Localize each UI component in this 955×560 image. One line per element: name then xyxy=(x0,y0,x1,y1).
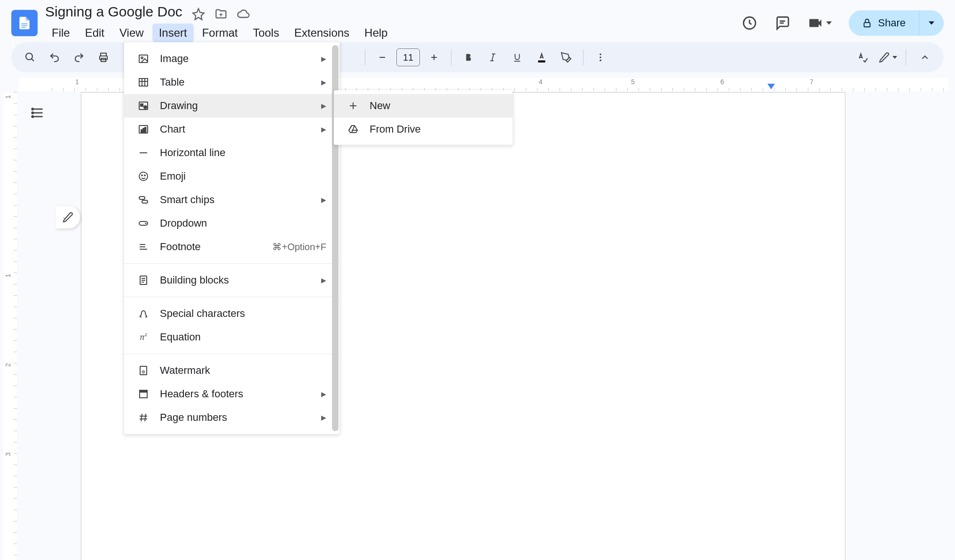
menu-view[interactable]: View xyxy=(113,24,150,42)
insert-menu-item-building-blocks[interactable]: Building blocks▶ xyxy=(124,268,339,292)
ruler-mark: 6 xyxy=(720,78,724,86)
insert-menu-item-table[interactable]: Table▶ xyxy=(124,71,339,94)
svg-point-22 xyxy=(600,56,601,58)
svg-rect-40 xyxy=(141,130,142,132)
drawing-submenu-item-new[interactable]: New xyxy=(334,94,513,118)
share-label: Share xyxy=(878,17,906,29)
drawing-submenu-item-from-drive[interactable]: From Drive xyxy=(334,118,513,141)
comments-icon[interactable] xyxy=(774,15,790,31)
document-title[interactable]: Signing a Google Doc xyxy=(45,4,182,20)
editing-mode-icon[interactable] xyxy=(878,47,897,68)
svg-point-46 xyxy=(144,175,145,176)
insert-menu-item-headers-footers[interactable]: Headers & footers▶ xyxy=(124,382,339,406)
menu-divider xyxy=(124,354,339,354)
hr-icon xyxy=(137,147,150,158)
undo-icon[interactable] xyxy=(44,47,65,68)
italic-icon[interactable] xyxy=(482,47,503,68)
decrease-font-icon[interactable] xyxy=(372,47,393,68)
highlight-icon[interactable] xyxy=(556,47,576,68)
history-icon[interactable] xyxy=(742,15,758,31)
menu-format[interactable]: Format xyxy=(196,24,245,42)
share-button[interactable]: Share xyxy=(849,10,919,36)
insert-menu-item-image[interactable]: Image▶ xyxy=(124,47,339,71)
svg-rect-0 xyxy=(21,23,27,24)
outline-toggle-icon[interactable] xyxy=(30,105,45,120)
menu-help[interactable]: Help xyxy=(358,24,394,42)
app-header: Signing a Google Doc File Edit View Inse… xyxy=(0,0,955,42)
menu-file[interactable]: File xyxy=(45,24,77,42)
redo-icon[interactable] xyxy=(69,47,89,68)
insert-menu-item-dropdown[interactable]: Dropdown xyxy=(124,212,339,235)
menu-edit[interactable]: Edit xyxy=(79,24,111,42)
insert-menu-item-drawing[interactable]: Drawing▶ xyxy=(124,94,339,118)
svg-point-31 xyxy=(141,57,143,59)
collapse-toolbar-icon[interactable] xyxy=(915,47,935,68)
hash-icon xyxy=(137,412,150,423)
ruler-mark: 1 xyxy=(4,95,12,99)
menu-item-label: Footnote xyxy=(160,241,201,253)
menu-divider xyxy=(124,263,339,264)
ruler-mark: 1 xyxy=(4,274,12,277)
insert-menu-item-smart-chips[interactable]: Smart chips▶ xyxy=(124,188,339,212)
menu-item-label: Special characters xyxy=(160,308,245,320)
submenu-arrow-icon: ▶ xyxy=(321,102,326,110)
menu-item-label: Building blocks xyxy=(160,274,229,286)
search-icon[interactable] xyxy=(20,47,40,68)
svg-point-44 xyxy=(139,172,148,181)
more-icon[interactable] xyxy=(590,47,611,68)
svg-point-29 xyxy=(32,116,33,117)
svg-text:π: π xyxy=(140,333,145,341)
menu-item-label: Table xyxy=(160,76,185,88)
headers-icon xyxy=(137,388,150,400)
insert-menu-item-horizontal-line[interactable]: Horizontal line xyxy=(124,141,339,165)
increase-font-icon[interactable] xyxy=(424,47,444,68)
svg-rect-41 xyxy=(143,128,144,132)
ruler-mark: 1 xyxy=(75,78,79,86)
menu-insert[interactable]: Insert xyxy=(152,24,194,42)
svg-point-38 xyxy=(144,106,147,109)
submenu-arrow-icon: ▶ xyxy=(321,55,326,63)
insert-menu-item-emoji[interactable]: Emoji xyxy=(124,165,339,188)
underline-icon[interactable] xyxy=(507,47,528,68)
drive-icon xyxy=(347,124,359,135)
vertical-ruler: 1 1 2 3 xyxy=(4,92,17,560)
menu-shortcut: ⌘+Option+F xyxy=(272,241,326,252)
insert-menu-item-equation[interactable]: π2Equation xyxy=(124,325,339,349)
move-icon[interactable] xyxy=(214,8,228,21)
text-color-icon[interactable] xyxy=(531,47,552,68)
insert-menu-item-footnote[interactable]: Footnote⌘+Option+F xyxy=(124,235,339,259)
star-icon[interactable] xyxy=(192,8,205,21)
ruler-mark: 3 xyxy=(4,452,12,456)
insert-menu-item-watermark[interactable]: Watermark xyxy=(124,359,339,382)
font-size-input[interactable]: 11 xyxy=(396,48,420,66)
menu-item-label: Headers & footers xyxy=(160,388,243,400)
insert-menu-item-page-numbers[interactable]: Page numbers▶ xyxy=(124,406,339,429)
dropdown-icon xyxy=(137,218,150,229)
menu-extensions[interactable]: Extensions xyxy=(288,24,356,42)
menu-item-label: Image xyxy=(160,53,189,65)
cloud-status-icon[interactable] xyxy=(237,8,250,21)
share-dropdown-button[interactable] xyxy=(919,10,944,36)
svg-rect-6 xyxy=(864,23,870,27)
ruler-mark: 4 xyxy=(539,78,543,86)
insert-menu-dropdown: Image▶Table▶Drawing▶Chart▶Horizontal lin… xyxy=(124,42,339,434)
svg-rect-30 xyxy=(139,55,148,63)
submenu-arrow-icon: ▶ xyxy=(321,196,326,204)
print-icon[interactable] xyxy=(93,47,114,68)
svg-line-18 xyxy=(492,54,494,61)
spellcheck-icon[interactable] xyxy=(852,47,873,68)
submenu-item-label: New xyxy=(370,100,390,112)
menu-item-label: Drawing xyxy=(160,100,198,112)
svg-point-21 xyxy=(600,54,601,55)
docs-logo-icon[interactable] xyxy=(11,10,38,36)
menu-tools[interactable]: Tools xyxy=(246,24,286,42)
bold-icon[interactable] xyxy=(458,47,479,68)
insert-menu-item-special-characters[interactable]: Special characters xyxy=(124,302,339,325)
insert-menu-item-chart[interactable]: Chart▶ xyxy=(124,118,339,141)
table-icon xyxy=(137,77,150,88)
meet-icon[interactable] xyxy=(807,15,832,31)
suggest-edits-toggle[interactable] xyxy=(55,206,80,229)
drawing-icon xyxy=(137,100,150,111)
menu-item-label: Smart chips xyxy=(160,194,214,206)
image-icon xyxy=(137,53,150,64)
